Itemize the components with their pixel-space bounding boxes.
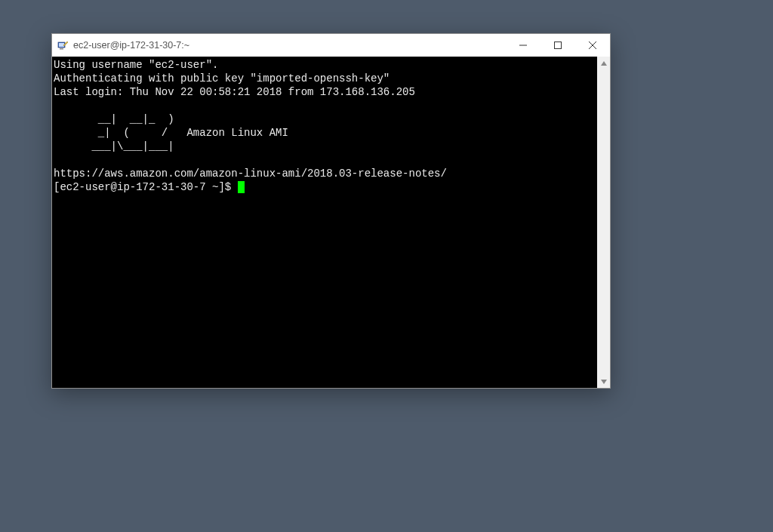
terminal-line: https://aws.amazon.com/amazon-linux-ami/…: [54, 168, 447, 180]
maximize-button[interactable]: [540, 34, 575, 57]
putty-window: ec2-user@ip-172-31-30-7:~ Using username…: [51, 33, 611, 389]
terminal-banner-line: ___|\___|___|: [54, 140, 174, 152]
scroll-up-icon[interactable]: [597, 57, 610, 69]
titlebar[interactable]: ec2-user@ip-172-31-30-7:~: [52, 34, 610, 57]
window-controls: [506, 34, 610, 57]
terminal-banner-line: __| __|_ ): [54, 113, 174, 125]
terminal-line: Authenticating with public key "imported…: [54, 72, 390, 85]
terminal-line: Using username "ec2-user".: [54, 59, 218, 71]
terminal-line: Last login: Thu Nov 22 00:58:21 2018 fro…: [54, 86, 415, 98]
terminal-banner-line: _| ( / Amazon Linux AMI: [54, 127, 288, 139]
close-button[interactable]: [575, 34, 610, 57]
terminal-cursor: [238, 181, 245, 193]
terminal-prompt: [ec2-user@ip-172-31-30-7 ~]$: [54, 181, 238, 193]
terminal-body: Using username "ec2-user". Authenticatin…: [52, 57, 610, 388]
terminal-content[interactable]: Using username "ec2-user". Authenticatin…: [52, 57, 597, 388]
svg-rect-1: [59, 43, 64, 47]
svg-rect-4: [555, 42, 562, 49]
scroll-down-icon[interactable]: [597, 375, 610, 388]
window-title: ec2-user@ip-172-31-30-7:~: [73, 40, 506, 51]
minimize-button[interactable]: [506, 34, 540, 57]
terminal-prompt-line: [ec2-user@ip-172-31-30-7 ~]$: [54, 181, 245, 193]
svg-rect-2: [60, 48, 63, 50]
scrollbar[interactable]: [597, 57, 610, 388]
putty-icon: [57, 39, 69, 51]
